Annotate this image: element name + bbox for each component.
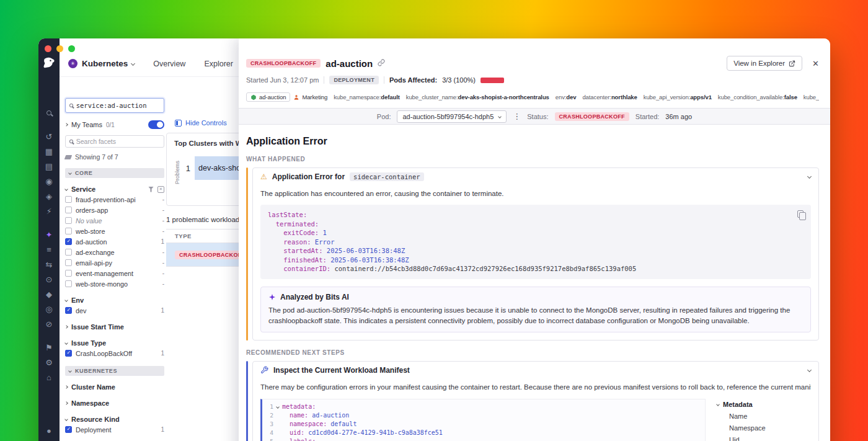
tree-node-metadata[interactable]: Metadata xyxy=(717,399,811,411)
facet-item[interactable]: web-store-mongo - xyxy=(65,278,164,289)
tab-overview[interactable]: Overview xyxy=(153,60,185,68)
checkbox-icon[interactable] xyxy=(65,217,72,224)
facet-item[interactable]: ad-auction 1 xyxy=(65,236,164,247)
close-window-button[interactable] xyxy=(45,45,51,52)
facet-group-resource-kind[interactable]: Resource Kind xyxy=(65,414,164,424)
facet-group-service[interactable]: Service ✕ xyxy=(65,184,164,194)
infrastructure-icon[interactable]: ▤ xyxy=(38,159,60,174)
error-card-header[interactable]: ⚠ Application Error for sidecar-containe… xyxy=(253,168,818,185)
facet-group-namespace[interactable]: Namespace xyxy=(65,398,164,408)
facet-item[interactable]: CrashLoopBackOff 1 xyxy=(65,348,164,359)
settings-icon[interactable]: ⚙ xyxy=(38,355,60,370)
checkbox-checked-icon[interactable] xyxy=(65,350,72,357)
checkbox-icon[interactable] xyxy=(65,270,72,277)
home-icon[interactable]: ⌂ xyxy=(38,370,60,385)
eraser-icon[interactable] xyxy=(64,155,73,159)
security-icon[interactable]: ◆ xyxy=(38,287,60,301)
watchdog-icon[interactable]: ✦ xyxy=(38,227,60,242)
facet-item-label: ad-auction xyxy=(76,238,157,246)
facet-item[interactable]: email-api-py - xyxy=(65,257,164,268)
chevron-down-icon[interactable] xyxy=(807,174,812,179)
facet-item[interactable]: No value - xyxy=(65,215,164,226)
events-icon[interactable]: ⚡ xyxy=(38,203,60,218)
manifest-card-header[interactable]: Inspect the Current Workload Manifest xyxy=(253,362,818,378)
tag-truncated[interactable]: kube_con... xyxy=(804,94,819,100)
checkbox-checked-icon[interactable] xyxy=(65,426,72,433)
logs-icon[interactable]: ≡ xyxy=(38,242,60,257)
facet-group-issue-type[interactable]: Issue Type xyxy=(65,338,164,348)
facet-item[interactable]: fraud-prevention-api - xyxy=(65,194,164,205)
y-axis-label: Problems xyxy=(174,152,180,184)
search-input[interactable] xyxy=(76,102,160,109)
facet-search-input[interactable] xyxy=(76,138,160,145)
chevron-down-icon[interactable] xyxy=(131,61,135,66)
checkbox-icon[interactable] xyxy=(65,280,72,287)
search-icon[interactable] xyxy=(38,105,60,120)
facet-group-env[interactable]: Env xyxy=(65,295,164,305)
tag[interactable]: env:dev xyxy=(556,94,577,100)
facet-item[interactable]: dev 1 xyxy=(65,305,164,316)
rum-icon[interactable]: ◎ xyxy=(38,301,60,316)
datadog-logo[interactable] xyxy=(43,57,55,68)
tag[interactable]: kube_namespace:default xyxy=(334,94,400,100)
chevron-right-icon[interactable] xyxy=(64,123,68,127)
kebab-menu-icon[interactable]: ⋮ xyxy=(513,112,521,121)
checkbox-checked-icon[interactable] xyxy=(65,307,72,314)
my-teams-toggle[interactable] xyxy=(148,120,164,129)
checkbox-icon[interactable] xyxy=(65,196,72,203)
tag[interactable]: kube_api_version:apps/v1 xyxy=(644,94,712,100)
what-happened-label: WHAT HAPPENED xyxy=(246,156,819,163)
recent-icon[interactable]: ↺ xyxy=(38,129,60,144)
synthetics-icon[interactable]: ⊙ xyxy=(38,272,60,287)
facet-item[interactable]: event-management - xyxy=(65,268,164,278)
facet-item-count: 1 xyxy=(161,350,164,357)
chevron-down-icon[interactable] xyxy=(807,368,812,372)
my-teams-row[interactable]: My Teams 0/1 xyxy=(65,119,164,130)
tag[interactable]: kube_condition_available:false xyxy=(718,94,797,100)
checkbox-icon[interactable] xyxy=(65,259,72,266)
dashboards-icon[interactable]: ▦ xyxy=(38,144,60,159)
facet-group-cluster-name[interactable]: Cluster Name xyxy=(65,382,164,392)
checkbox-checked-icon[interactable] xyxy=(65,238,72,245)
facet-item-label: CrashLoopBackOff xyxy=(76,350,157,357)
page-title[interactable]: Kubernetes xyxy=(82,59,128,68)
tag[interactable]: kube_cluster_name:dev-aks-shopist-a-nort… xyxy=(406,94,549,100)
section-kubernetes[interactable]: KUBERNETES xyxy=(65,366,164,376)
checkbox-icon[interactable] xyxy=(65,207,72,213)
fold-chevron-icon[interactable] xyxy=(276,405,280,409)
link-icon[interactable] xyxy=(378,58,385,69)
containers-icon[interactable]: ◈ xyxy=(38,189,60,203)
close-icon[interactable]: ✕ xyxy=(812,59,819,68)
facet-search[interactable] xyxy=(65,135,164,148)
facet-group-issue-start-time[interactable]: Issue Start Time xyxy=(65,322,164,332)
search-bar[interactable] xyxy=(65,98,164,113)
minimize-window-button[interactable] xyxy=(56,45,63,52)
facet-item[interactable]: ad-exchange - xyxy=(65,247,164,257)
account-icon[interactable]: ● xyxy=(38,423,60,438)
tree-node[interactable]: Namespace xyxy=(717,422,811,434)
team-tag[interactable]: Marketing xyxy=(293,94,327,100)
facet-item-count: - xyxy=(162,259,164,266)
tree-node[interactable]: Name xyxy=(717,411,811,422)
copy-icon[interactable] xyxy=(797,210,804,218)
monitors-icon[interactable]: ⚑ xyxy=(38,340,60,355)
error-tracking-icon[interactable]: ⊘ xyxy=(38,316,60,331)
facet-item[interactable]: Deployment 1 xyxy=(65,424,164,435)
ci-icon[interactable]: ⇆ xyxy=(38,257,60,272)
section-core[interactable]: CORE xyxy=(65,168,164,178)
facet-item[interactable]: web-store - xyxy=(65,226,164,236)
tag[interactable]: datacenter:northlake xyxy=(582,94,637,100)
clear-filter-icon[interactable]: ✕ xyxy=(157,186,164,193)
chevron-right-icon xyxy=(64,325,68,329)
filter-icon[interactable] xyxy=(148,187,154,192)
tree-node[interactable]: Uid xyxy=(717,434,811,441)
service-tag[interactable]: ad-auction xyxy=(246,92,290,102)
checkbox-icon[interactable] xyxy=(65,228,72,234)
apm-icon[interactable]: ◉ xyxy=(38,174,60,189)
facet-item[interactable]: orders-app - xyxy=(65,205,164,215)
checkbox-icon[interactable] xyxy=(65,249,72,256)
tab-explorer[interactable]: Explorer xyxy=(204,60,233,68)
view-in-explorer-button[interactable]: View in Explorer xyxy=(727,56,802,71)
pod-selector[interactable]: ad-auction-5bf997954c-hdph5 xyxy=(397,110,507,123)
maximize-window-button[interactable] xyxy=(68,45,75,52)
